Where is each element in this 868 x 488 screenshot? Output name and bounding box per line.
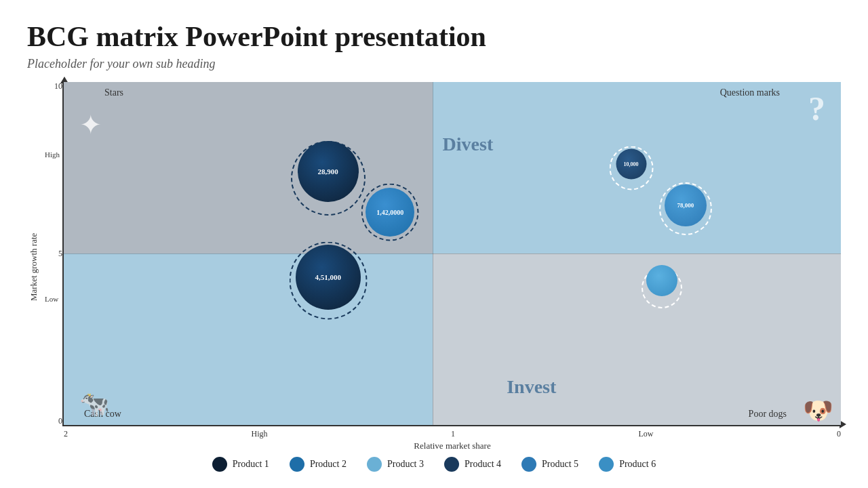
poor-dogs-label: Poor dogs (749, 409, 787, 420)
product-1-circle: 28,900 (298, 141, 359, 202)
divest-label: Divest (443, 134, 494, 155)
product-4-circle: 10,000 (616, 149, 646, 180)
legend-item-p5: Product 5 (521, 457, 578, 472)
y-ticks: 10 5 0 (43, 82, 62, 426)
legend-item-p1: Product 1 (212, 457, 269, 472)
product-6-circle (646, 265, 677, 296)
x-axis-label-container: Relative market share (43, 439, 841, 451)
legend-label-p2: Product 2 (310, 459, 347, 470)
horizontal-divider (64, 253, 841, 254)
chart-area: Market growth rate 10 5 0 (27, 82, 841, 451)
product-3-value: 4,51,000 (315, 273, 341, 281)
legend-item-p3: Product 3 (367, 457, 424, 472)
x-axis-ticks-row: 2 High 1 Low 0 (43, 426, 841, 439)
legend-dot-p1 (212, 457, 227, 472)
x-tick-2: 2 (64, 429, 68, 439)
cow-icon: 🐄 (79, 390, 110, 418)
invest-label: Invest (507, 376, 556, 398)
page-title: BCG matrix PowerPoint presentation (27, 20, 841, 53)
x-tick-0: 0 (837, 429, 841, 439)
quadrant-cash-cow (64, 253, 433, 425)
chart-plot: Stars Question marks Cash cow Poor dogs … (62, 82, 841, 426)
legend-dot-p5 (521, 457, 536, 472)
product-3-circle: 4,51,000 (296, 245, 361, 310)
y-high-label: High (45, 150, 60, 159)
chart-with-axes: 10 5 0 (43, 82, 841, 451)
product-2-circle: 1,42,0000 (366, 188, 414, 237)
page: BCG matrix PowerPoint presentation Place… (0, 0, 868, 488)
legend-label-p5: Product 5 (542, 459, 578, 470)
legend-dot-p4 (444, 457, 459, 472)
dog-icon: 🐶 (803, 396, 833, 425)
question-mark-icon: ? (808, 89, 825, 128)
star-icon: ✦ (79, 109, 102, 141)
question-marks-label: Question marks (720, 87, 780, 98)
legend-dot-p3 (367, 457, 382, 472)
legend-label-p1: Product 1 (233, 459, 269, 470)
x-tick-high: High (252, 429, 268, 439)
product-5-circle: 78,000 (665, 184, 707, 226)
x-tick-1: 1 (451, 429, 455, 439)
x-tick-low: Low (639, 429, 654, 439)
legend-item-p4: Product 4 (444, 457, 501, 472)
product-5-value: 78,000 (677, 202, 694, 209)
y-axis-label: Market growth rate (27, 82, 41, 451)
product-1-value: 28,900 (318, 167, 338, 176)
product-4-value: 10,000 (624, 161, 639, 167)
legend-label-p3: Product 3 (387, 459, 424, 470)
legend-dot-p2 (290, 457, 304, 472)
legend-label-p4: Product 4 (465, 459, 501, 470)
x-axis-label: Relative market share (414, 441, 490, 451)
legend: Product 1 Product 2 Product 3 Product 4 … (27, 451, 841, 474)
legend-dot-p6 (599, 457, 614, 472)
legend-label-p6: Product 6 (619, 459, 656, 470)
quadrant-poor-dogs (433, 253, 841, 425)
legend-item-p6: Product 6 (599, 457, 656, 472)
product-2-value: 1,42,0000 (376, 209, 403, 216)
legend-item-p2: Product 2 (290, 457, 347, 472)
y-low-label: Low (45, 295, 58, 303)
chart-inner: 10 5 0 (43, 82, 841, 426)
page-subtitle: Placeholder for your own sub heading (27, 57, 841, 71)
stars-label: Stars (104, 87, 123, 98)
